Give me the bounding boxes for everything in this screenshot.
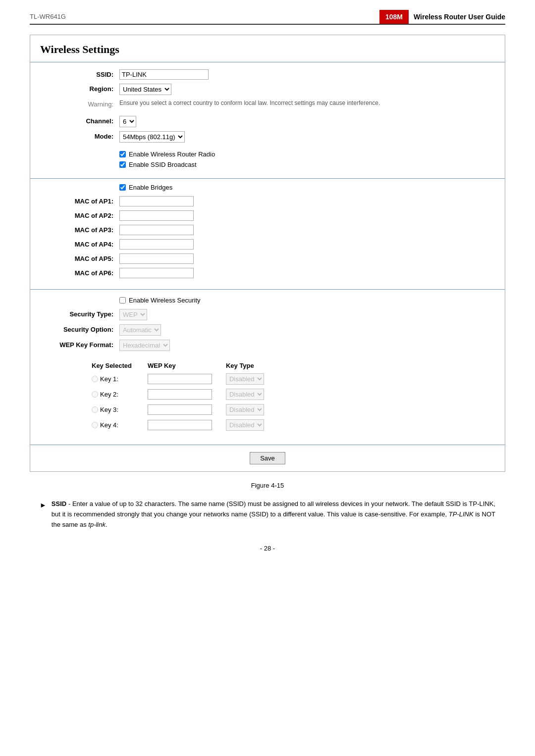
enable-ssid-label: Enable SSID Broadcast [129,161,197,168]
key-row-2: Key 2:Disabled [90,387,268,402]
page-header: TL-WR641G 108M Wireless Router User Guid… [30,10,505,25]
enable-ssid-row: Enable SSID Broadcast [40,161,495,168]
channel-row: Channel: 6 [40,116,495,127]
mac-ap2-label: MAC of AP2: [40,210,119,219]
key-type-cell-4: Disabled [216,417,268,433]
wep-key-input-4[interactable] [148,420,212,430]
col-key-type: Key Type [216,360,268,371]
enable-bridges-label: Enable Bridges [129,184,172,191]
key-type-select-1[interactable]: Disabled [226,373,264,385]
region-label: Region: [40,84,119,93]
enable-radio-row: Enable Wireless Router Radio [40,151,495,158]
security-section: Enable Wireless Security Security Type: … [30,290,505,445]
mac-ap2-row: MAC of AP2: [40,210,495,221]
mac-ap3-row: MAC of AP3: [40,225,495,235]
panel-title: Wireless Settings [30,35,505,62]
mac-ap6-input[interactable] [119,268,194,278]
security-type-label: Security Type: [40,309,119,318]
key-label-3: Key 3: [90,402,138,417]
security-type-select[interactable]: WEP [119,309,147,320]
mode-label: Mode: [40,131,119,140]
key-type-cell-2: Disabled [216,387,268,402]
mac-ap3-label: MAC of AP3: [40,225,119,234]
ssid-region-section: SSID: Region: United States Warning: Ens… [30,62,505,179]
mac-ap1-input[interactable] [119,196,194,206]
wep-key-format-select[interactable]: Hexadecimal [119,340,170,351]
key-row-3: Key 3:Disabled [90,402,268,417]
key-label-4: Key 4: [90,417,138,433]
mac-ap6-row: MAC of AP6: [40,268,495,278]
security-option-field: Automatic [119,324,495,336]
mac-ap6-label: MAC of AP6: [40,268,119,277]
key-label-2: Key 2: [90,387,138,402]
ssid-example-2: tp-link [88,521,106,528]
model-number: TL-WR641G [30,10,71,24]
save-button[interactable]: Save [250,452,285,464]
mac-ap1-row: MAC of AP1: [40,196,495,206]
key-label-1: Key 1: [90,371,138,387]
ssid-period: . [106,521,107,528]
mac-ap4-label: MAC of AP4: [40,239,119,248]
wep-key-input-cell-2 [138,387,216,402]
enable-bridges-row: Enable Bridges [40,184,495,191]
wep-key-input-3[interactable] [148,404,212,415]
security-option-select[interactable]: Automatic [119,324,161,336]
wep-key-input-2[interactable] [148,389,212,400]
channel-field: 6 [119,116,495,127]
key-type-select-3[interactable]: Disabled [226,404,264,415]
enable-ssid-checkbox[interactable] [119,161,126,168]
warning-text: Ensure you select a correct country to c… [119,99,495,107]
security-type-row: Security Type: WEP [40,309,495,320]
channel-select[interactable]: 6 [119,116,136,127]
ssid-example-1: TP-LINK [449,510,474,518]
key-type-select-2[interactable]: Disabled [226,389,264,400]
warning-label: Warning: [40,99,119,108]
wep-key-input-cell-4 [138,417,216,433]
mac-ap4-row: MAC of AP4: [40,239,495,250]
security-option-row: Security Option: Automatic [40,324,495,336]
ssid-input[interactable] [119,69,209,80]
mode-select[interactable]: 54Mbps (802.11g) [119,131,185,143]
ssid-bullet: ► SSID - Enter a value of up to 32 chara… [40,499,495,530]
wireless-settings-panel: Wireless Settings SSID: Region: United S… [30,35,505,472]
mac-ap2-input[interactable] [119,210,194,221]
warning-row: Warning: Ensure you select a correct cou… [40,99,495,108]
enable-security-checkbox[interactable] [119,297,126,303]
wep-key-format-field: Hexadecimal [119,340,495,351]
mac-ap4-input[interactable] [119,239,194,250]
key-radio-1[interactable] [92,376,98,382]
mac-section: Enable Bridges MAC of AP1: MAC of AP2: M… [30,179,505,290]
bullet-section: ► SSID - Enter a value of up to 32 chara… [30,499,505,530]
mac-ap1-label: MAC of AP1: [40,196,119,205]
key-radio-2[interactable] [92,391,98,398]
enable-radio-checkbox[interactable] [119,151,126,157]
key-radio-3[interactable] [92,406,98,413]
brand-label: 108M [379,10,409,24]
bullet-arrow-icon: ► [40,499,47,510]
guide-title: Wireless Router User Guide [410,10,505,24]
enable-radio-label: Enable Wireless Router Radio [129,151,215,158]
wep-key-input-cell-1 [138,371,216,387]
enable-bridges-checkbox[interactable] [119,184,126,191]
region-row: Region: United States [40,84,495,95]
security-option-label: Security Option: [40,324,119,333]
security-type-field: WEP [119,309,495,320]
figure-caption: Figure 4-15 [30,482,505,489]
mac-ap5-input[interactable] [119,253,194,264]
wep-key-input-1[interactable] [148,374,212,384]
key-type-cell-3: Disabled [216,402,268,417]
mac-ap3-input[interactable] [119,225,194,235]
key-type-select-4[interactable]: Disabled [226,419,264,431]
ssid-row: SSID: [40,69,495,80]
save-section: Save [30,445,505,471]
mac-ap5-label: MAC of AP5: [40,253,119,262]
key-table: Key Selected WEP Key Key Type Key 1:Disa… [90,360,268,433]
mode-row: Mode: 54Mbps (802.11g) [40,131,495,143]
region-select[interactable]: United States [119,84,171,95]
col-wep-key: WEP Key [138,360,216,371]
wep-key-input-cell-3 [138,402,216,417]
key-radio-4[interactable] [92,422,98,428]
enable-security-label: Enable Wireless Security [129,297,201,304]
mac-ap5-row: MAC of AP5: [40,253,495,264]
channel-label: Channel: [40,116,119,125]
